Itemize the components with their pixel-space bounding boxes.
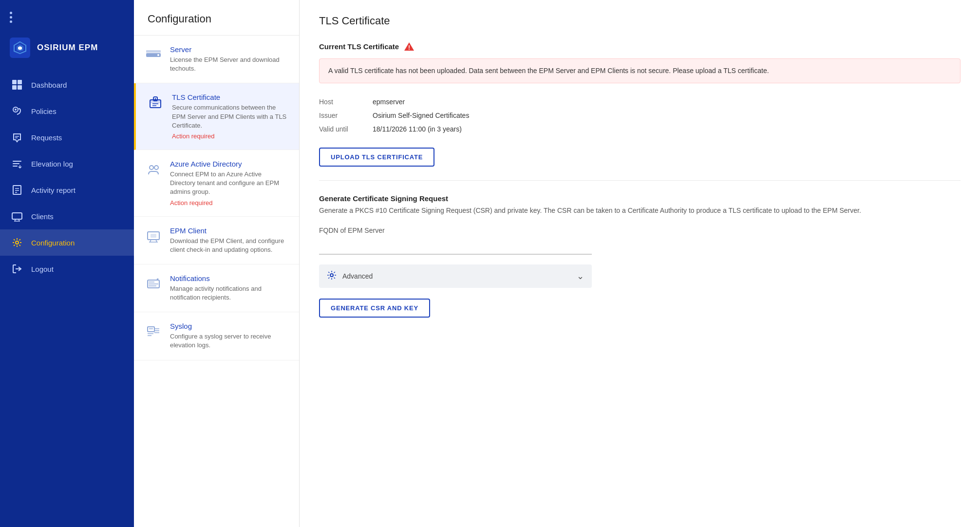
svg-rect-42 bbox=[148, 327, 154, 332]
svg-point-32 bbox=[154, 166, 158, 169]
policies-icon bbox=[11, 105, 23, 117]
config-item-server[interactable]: Server License the EPM Server and downlo… bbox=[134, 36, 299, 83]
svg-point-20 bbox=[16, 241, 19, 244]
current-cert-title: Current TLS Certificate bbox=[319, 42, 399, 51]
config-item-syslog-content: Syslog Configure a syslog server to rece… bbox=[170, 322, 288, 350]
config-item-tls-content: TLS Certificate Secure communications be… bbox=[172, 93, 288, 140]
notifications-icon bbox=[145, 275, 162, 293]
svg-point-31 bbox=[150, 166, 153, 169]
config-item-syslog[interactable]: Syslog Configure a syslog server to rece… bbox=[134, 312, 299, 360]
main-title: TLS Certificate bbox=[319, 15, 961, 27]
menu-dots-icon[interactable] bbox=[8, 9, 14, 26]
sidebar-item-clients[interactable]: Clients bbox=[0, 203, 134, 229]
config-item-epm-client[interactable]: EPM Client Download the EPM Client, and … bbox=[134, 217, 299, 264]
svg-rect-9 bbox=[13, 161, 21, 162]
config-item-tls[interactable]: TLS Certificate Secure communications be… bbox=[134, 83, 299, 150]
elevation-log-icon bbox=[11, 157, 23, 170]
svg-point-8 bbox=[15, 109, 17, 111]
server-icon bbox=[145, 46, 162, 64]
svg-rect-37 bbox=[151, 234, 156, 238]
svg-point-50 bbox=[330, 274, 333, 277]
sidebar-top-menu bbox=[0, 0, 134, 29]
svg-rect-4 bbox=[18, 80, 22, 84]
logout-icon bbox=[11, 263, 23, 275]
syslog-icon bbox=[145, 323, 162, 340]
nav-items: Dashboard Policies Request bbox=[0, 72, 134, 527]
current-cert-header: Current TLS Certificate ! bbox=[319, 41, 961, 52]
warning-triangle-icon: ! bbox=[404, 41, 415, 52]
logo-text: OSIRIUM EPM bbox=[37, 43, 98, 53]
logo-area: OSIRIUM EPM bbox=[0, 29, 134, 72]
advanced-row[interactable]: Advanced ⌄ bbox=[319, 264, 592, 288]
azure-ad-icon bbox=[145, 161, 162, 178]
fqdn-label: FQDN of EPM Server bbox=[319, 226, 961, 234]
tls-alert-box: A valid TLS certificate has not been upl… bbox=[319, 58, 961, 83]
svg-rect-11 bbox=[13, 166, 18, 167]
cert-info-grid: Host epmserver Issuer Osirium Self-Signe… bbox=[319, 95, 961, 136]
epm-client-icon bbox=[145, 227, 162, 245]
svg-rect-5 bbox=[12, 85, 17, 90]
generate-csr-title: Generate Certificate Signing Request bbox=[319, 194, 961, 203]
sidebar-item-elevation-log[interactable]: Elevation log bbox=[0, 151, 134, 177]
configuration-icon bbox=[11, 236, 23, 249]
config-item-azure-ad[interactable]: Azure Active Directory Connect EPM to an… bbox=[134, 150, 299, 217]
svg-text:!: ! bbox=[408, 44, 410, 51]
upload-tls-button[interactable]: UPLOAD TLS CERTIFICATE bbox=[319, 148, 434, 167]
generate-csr-button[interactable]: GENERATE CSR AND KEY bbox=[319, 299, 430, 318]
host-row: Host epmserver bbox=[319, 95, 961, 109]
config-item-epm-content: EPM Client Download the EPM Client, and … bbox=[170, 226, 288, 254]
sidebar-item-policies[interactable]: Policies bbox=[0, 98, 134, 124]
valid-until-row: Valid until 18/11/2026 11:00 (in 3 years… bbox=[319, 122, 961, 136]
config-panel-title: Configuration bbox=[134, 0, 299, 36]
svg-rect-16 bbox=[12, 213, 22, 219]
config-item-notifications[interactable]: Notifications Manage activity notificati… bbox=[134, 264, 299, 312]
config-panel: Configuration Server License the EPM Ser… bbox=[134, 0, 300, 527]
chevron-down-icon: ⌄ bbox=[577, 271, 584, 282]
generate-csr-desc: Generate a PKCS #10 Certificate Signing … bbox=[319, 206, 961, 216]
config-item-notifications-content: Notifications Manage activity notificati… bbox=[170, 274, 288, 302]
svg-rect-12 bbox=[13, 186, 21, 194]
dashboard-icon bbox=[11, 78, 23, 91]
section-divider bbox=[319, 180, 961, 181]
gear-icon bbox=[327, 270, 337, 282]
svg-point-30 bbox=[155, 98, 156, 100]
logo-icon bbox=[10, 38, 30, 58]
requests-icon bbox=[11, 131, 23, 144]
sidebar-item-dashboard[interactable]: Dashboard bbox=[0, 72, 134, 98]
svg-rect-3 bbox=[12, 80, 17, 84]
sidebar-item-activity-report[interactable]: Activity report bbox=[0, 177, 134, 203]
svg-rect-23 bbox=[146, 50, 161, 53]
sidebar: OSIRIUM EPM Dashboard bbox=[0, 0, 134, 527]
advanced-label: Advanced bbox=[342, 272, 571, 280]
config-item-server-content: Server License the EPM Server and downlo… bbox=[170, 45, 288, 73]
clients-icon bbox=[11, 210, 23, 223]
tls-icon bbox=[147, 94, 164, 112]
sidebar-item-requests[interactable]: Requests bbox=[0, 124, 134, 151]
sidebar-item-logout[interactable]: Logout bbox=[0, 256, 134, 282]
activity-report-icon bbox=[11, 184, 23, 196]
fqdn-input[interactable] bbox=[319, 238, 592, 255]
svg-rect-10 bbox=[13, 163, 19, 164]
sidebar-item-configuration[interactable]: Configuration bbox=[0, 229, 134, 256]
config-item-azure-content: Azure Active Directory Connect EPM to an… bbox=[170, 160, 288, 207]
main-content: TLS Certificate Current TLS Certificate … bbox=[300, 0, 980, 527]
issuer-row: Issuer Osirium Self-Signed Certificates bbox=[319, 109, 961, 122]
svg-point-24 bbox=[157, 54, 159, 56]
svg-rect-6 bbox=[18, 85, 22, 90]
